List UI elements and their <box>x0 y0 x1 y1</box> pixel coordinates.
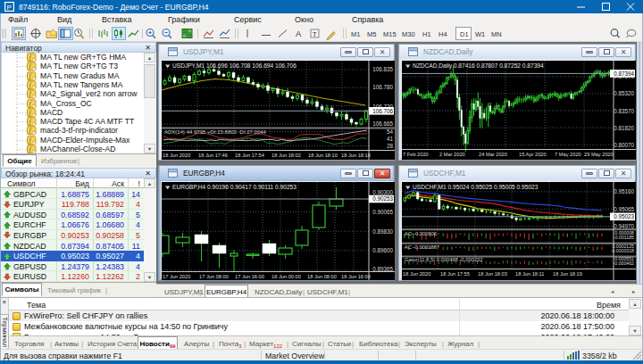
svg-text:24 Mar 2020: 24 Mar 2020 <box>479 152 507 157</box>
svg-text:0.89600: 0.89600 <box>372 247 393 253</box>
svg-text:106.706: 106.706 <box>372 108 393 114</box>
svg-text:M1: M1 <box>351 30 360 38</box>
svg-text:0.89830: 0.89830 <box>372 228 393 235</box>
svg-text:MA TL new Gradus MA: MA TL new Gradus MA <box>40 71 120 80</box>
svg-text:0.90065: 0.90065 <box>372 209 393 215</box>
svg-text:54: 54 <box>387 128 394 135</box>
svg-text:18 Jun 00:00: 18 Jun 00:00 <box>271 274 301 279</box>
svg-text:29 May 2020: 29 May 2020 <box>584 152 614 157</box>
svg-text:USDJPY,M1 106.696 106.708 106: USDJPY,M1 106.696 106.708 106.694 106.70… <box>172 62 296 69</box>
svg-text:0.83570: 0.83570 <box>614 108 634 114</box>
svg-text:EURGBP,H4 0.90196 0.90417 0.9: EURGBP,H4 0.90196 0.90417 0.90111 0.9025… <box>172 184 296 190</box>
svg-text:0.87394: 0.87394 <box>614 70 634 77</box>
svg-text:0.95065: 0.95065 <box>614 206 634 212</box>
svg-text:18 Jun 17:46: 18 Jun 17:46 <box>198 153 228 158</box>
svg-text:0.94970: 0.94970 <box>614 223 634 229</box>
svg-text:18 Jun 18:18: 18 Jun 18:18 <box>341 153 371 158</box>
svg-text:-0.001185: -0.001185 <box>614 235 634 240</box>
svg-text:18 Jun 18:19: 18 Jun 18:19 <box>553 271 582 277</box>
svg-text:18 Jun 2020: 18 Jun 2020 <box>163 153 190 158</box>
svg-text:H4: H4 <box>438 30 447 38</box>
svg-text:AO -0.000606: AO -0.000606 <box>405 231 437 236</box>
svg-text:18 Jun 17:55: 18 Jun 17:55 <box>440 271 470 277</box>
svg-text:MA TL new Tangens MA: MA TL new Tangens MA <box>40 80 123 89</box>
svg-text:18 Jun 18:11: 18 Jun 18:11 <box>515 271 544 277</box>
svg-text:106.835: 106.835 <box>372 66 393 72</box>
svg-text:macd-3-tf-nrp-indicator: macd-3-tf-nrp-indicator <box>40 127 118 136</box>
svg-text:18 Jun 18:02: 18 Jun 18:02 <box>271 153 301 158</box>
svg-text:M15: M15 <box>383 30 397 38</box>
svg-text:18 Jun 18:10: 18 Jun 18:10 <box>308 153 338 158</box>
svg-text:MACD-Elder-Impulse-Max: MACD-Elder-Impulse-Max <box>40 136 130 145</box>
svg-text:USDCHF,M1 0.95024 0.95025 0.9: USDCHF,M1 0.95024 0.95025 0.95005 0.9502… <box>413 184 539 190</box>
svg-text:M5: M5 <box>367 30 376 38</box>
svg-text:W1: W1 <box>475 30 485 38</box>
svg-text:H1: H1 <box>422 30 431 38</box>
svg-text:MAChannel-Close-AD: MAChannel-Close-AD <box>40 145 116 153</box>
svg-text:0.81820: 0.81820 <box>614 125 634 131</box>
svg-text:0.85320: 0.85320 <box>614 90 634 96</box>
svg-text:18 Jun 17:54: 18 Jun 17:54 <box>235 153 264 158</box>
svg-text:MA TL new GR+TG T3: MA TL new GR+TG T3 <box>40 62 118 71</box>
svg-text:-0.0000318: -0.0000318 <box>611 248 634 253</box>
svg-text:0.90253: 0.90253 <box>372 195 393 202</box>
svg-text:A: A <box>296 29 302 38</box>
svg-text:D1: D1 <box>460 30 469 38</box>
svg-text:17 Jun 2020: 17 Jun 2020 <box>163 274 190 279</box>
svg-text:MA_Cross_OC: MA_Cross_OC <box>40 99 92 108</box>
svg-text:Gator(11,8,5) 0.000468 -0.0002: Gator(11,8,5) 0.000468 -0.000232 <box>405 257 483 262</box>
svg-text:T: T <box>313 30 317 38</box>
svg-text:MA TL new GR+TG HMA: MA TL new GR+TG HMA <box>40 53 126 62</box>
svg-text:ADX(14) 44.9795 +DI:23.8803 -D: ADX(14) 44.9795 +DI:23.8803 -DI:27.0044 <box>164 129 267 135</box>
svg-text:P: P <box>7 4 12 12</box>
svg-text:0.95023: 0.95023 <box>614 213 634 219</box>
svg-text:0.95160: 0.95160 <box>614 188 634 194</box>
svg-text:18 Jun 18:03: 18 Jun 18:03 <box>478 271 507 277</box>
svg-text:18 Jun 08:00: 18 Jun 08:00 <box>307 274 337 279</box>
svg-text:18 Jun 16:00: 18 Jun 16:00 <box>341 274 371 279</box>
svg-text:7 May 2020: 7 May 2020 <box>555 152 581 157</box>
svg-text:7 Feb 2020: 7 Feb 2020 <box>403 152 429 157</box>
svg-text:MN: MN <box>491 30 502 38</box>
svg-text:17 Jun 08:00: 17 Jun 08:00 <box>199 274 229 279</box>
svg-text:28: 28 <box>387 143 394 149</box>
svg-text:-0.000462: -0.000462 <box>614 261 634 266</box>
svg-text:AC -0.0001887: AC -0.0001887 <box>405 244 439 250</box>
svg-text:106.665: 106.665 <box>372 120 393 127</box>
svg-text:0.90300: 0.90300 <box>372 189 393 195</box>
svg-text:17 Jun 16:00: 17 Jun 16:00 <box>235 274 264 279</box>
svg-text:2 Mar 2020: 2 Mar 2020 <box>439 152 465 157</box>
svg-text:MACD: MACD <box>40 108 63 117</box>
svg-text:M30: M30 <box>402 30 415 38</box>
svg-text:0.89365: 0.89365 <box>372 266 393 272</box>
svg-text:MACD Tape 4C AA MTF TT: MACD Tape 4C AA MTF TT <box>40 117 135 126</box>
svg-text:MA2_Signal_ver2 non arrow: MA2_Signal_ver2 non arrow <box>40 90 138 99</box>
svg-text:15 Apr 2020: 15 Apr 2020 <box>519 152 547 157</box>
svg-text:41: 41 <box>387 136 394 142</box>
svg-text:NZDCAD,Daily 0.87416 0.87807: NZDCAD,Daily 0.87416 0.87807 0.87252 0.8… <box>413 62 544 70</box>
svg-text:0.80070: 0.80070 <box>614 142 634 148</box>
svg-text:106.780: 106.780 <box>372 84 393 90</box>
svg-text:18 Jun 2020: 18 Jun 2020 <box>403 271 430 277</box>
